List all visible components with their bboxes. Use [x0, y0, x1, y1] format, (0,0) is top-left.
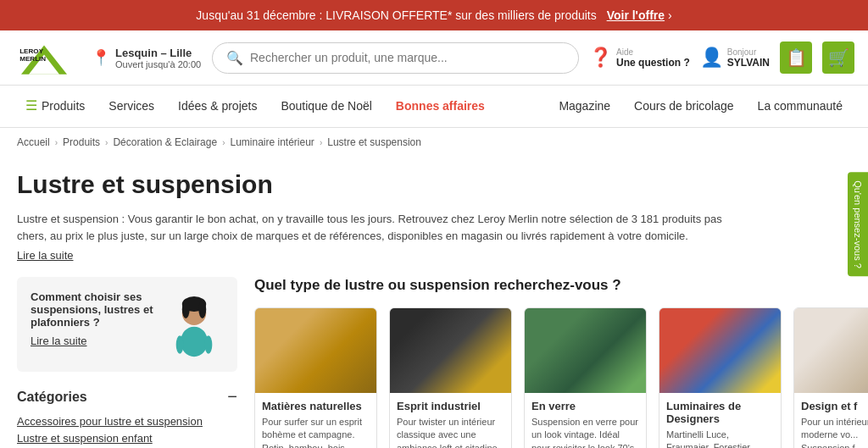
feedback-tab[interactable]: Qu'en pensez-vous ? [848, 172, 868, 277]
card-designers[interactable]: Luminaires de Designers Martinelli Luce,… [659, 307, 782, 448]
card-body-matieres: Matières naturelles Pour surfer sur un e… [255, 393, 376, 448]
nav-item-bonnes[interactable]: Bonnes affaires [384, 87, 497, 126]
card-desc-verre: Suspension en verre pour un look vintage… [531, 416, 639, 448]
card-desc-design: Pour un intérieur moderne vo... Suspensi… [801, 416, 868, 448]
hamburger-icon: ☰ [25, 97, 37, 113]
banner-arrow: › [668, 8, 672, 22]
breadcrumb-luminaire[interactable]: Luminaire intérieur [230, 136, 314, 148]
svg-text:LEROY: LEROY [19, 47, 43, 55]
user-account[interactable]: 👤 Bonjour SYLVAIN [700, 47, 770, 69]
svg-point-8 [182, 301, 190, 318]
location-selector[interactable]: 📍 Lesquin – Lille Ouvert jusqu'à 20:00 [92, 47, 202, 69]
nav-item-boutique[interactable]: Boutique de Noël [269, 87, 383, 126]
card-desc-designers: Martinelli Luce, Fraumaier, Forestier, W… [666, 429, 774, 448]
card-body-industriel: Esprit industriel Pour twister un intéri… [390, 393, 511, 448]
card-matieres[interactable]: Matières naturelles Pour surfer sur un e… [254, 307, 377, 448]
page-description: Lustre et suspension : Vous garantir le … [17, 211, 754, 244]
card-img-industriel [390, 308, 511, 393]
svg-point-10 [176, 335, 184, 353]
help-button[interactable]: ❓ Aide Une question ? [589, 47, 690, 69]
cart-icon: 🛒 [828, 47, 849, 68]
location-name: Lesquin – Lille [115, 47, 201, 59]
breadcrumb-decoration[interactable]: Décoration & Eclairage [113, 136, 217, 148]
top-banner: Jusqu'au 31 décembre : LIVRAISON OFFERTE… [0, 0, 868, 30]
breadcrumb-produits[interactable]: Produits [63, 136, 100, 148]
location-hours: Ouvert jusqu'à 20:00 [115, 59, 201, 69]
nav-label-services: Services [108, 99, 154, 113]
card-title-verre: En verre [531, 400, 639, 412]
card-verre[interactable]: En verre Suspension en verre pour un loo… [524, 307, 647, 448]
header: LEROY MERLIN 📍 Lesquin – Lille Ouvert ju… [0, 30, 868, 86]
card-title-matieres: Matières naturelles [262, 400, 370, 412]
nav-item-idees[interactable]: Idées & projets [166, 87, 269, 126]
nav-item-communaute[interactable]: La communauté [746, 87, 854, 126]
logo[interactable]: LEROY MERLIN [14, 37, 81, 78]
card-body-designers: Luminaires de Designers Martinelli Luce,… [659, 393, 781, 448]
nav-label-boutique: Boutique de Noël [281, 99, 371, 113]
card-img-designers [659, 308, 781, 393]
search-input[interactable] [250, 51, 565, 64]
nav-label-produits: Produits [42, 99, 85, 113]
cart-button[interactable]: 🛒 [822, 41, 854, 74]
main-col: Quel type de lustre ou suspension recher… [254, 277, 868, 448]
how-to-box: Comment choisir ses suspensions, lustres… [17, 277, 237, 372]
categories-header: Catégories − [17, 387, 237, 407]
how-to-illustration [164, 290, 224, 358]
svg-text:MERLIN: MERLIN [19, 55, 46, 63]
card-img-verre [525, 308, 646, 393]
list-button[interactable]: 📋 [780, 41, 812, 74]
banner-text: Jusqu'au 31 décembre : LIVRAISON OFFERTE… [196, 8, 596, 22]
help-sub: Une question ? [616, 57, 690, 69]
card-industriel[interactable]: Esprit industriel Pour twister un intéri… [389, 307, 512, 448]
breadcrumb-accueil[interactable]: Accueil [17, 136, 50, 148]
nav-item-services[interactable]: Services [97, 87, 166, 126]
breadcrumb-sep-3: › [320, 138, 322, 147]
card-title-design: Design et f [801, 400, 868, 412]
page-title: Lustre et suspension [17, 170, 851, 199]
main-nav: ☰ Produits Services Idées & projets Bout… [0, 86, 868, 128]
help-label: Aide [616, 47, 690, 57]
category-link-1[interactable]: Lustre et suspension enfant [17, 432, 237, 445]
card-desc-industriel: Pour twister un intérieur classique avec… [397, 416, 504, 448]
categories-collapse-button[interactable]: − [227, 387, 237, 407]
nav-item-magazine[interactable]: Magazine [547, 87, 622, 126]
nav-label-bonnes: Bonnes affaires [396, 99, 485, 113]
location-icon: 📍 [92, 48, 110, 67]
nav-item-bricolage[interactable]: Cours de bricolage [622, 87, 746, 126]
svg-point-11 [204, 335, 212, 353]
nav-right: Magazine Cours de bricolage La communaut… [547, 87, 854, 126]
card-img-matieres [255, 308, 376, 393]
svg-point-9 [198, 301, 206, 318]
search-bar[interactable]: 🔍 [212, 42, 579, 74]
user-icon: 👤 [700, 47, 723, 69]
how-to-text: Comment choisir ses suspensions, lustres… [31, 290, 156, 347]
how-to-link[interactable]: Lire la suite [31, 335, 86, 347]
card-body-verre: En verre Suspension en verre pour un loo… [525, 393, 646, 448]
nav-label-communaute: La communauté [758, 99, 843, 113]
card-img-design [794, 308, 868, 393]
main-content: Lustre et suspension Lustre et suspensio… [0, 170, 868, 448]
how-to-title: Comment choisir ses suspensions, lustres… [31, 290, 156, 329]
category-link-0[interactable]: Accessoires pour lustre et suspension [17, 415, 237, 428]
card-body-design: Design et f Pour un intérieur moderne vo… [794, 393, 868, 448]
search-icon: 🔍 [226, 50, 243, 66]
read-more-link[interactable]: Lire la suite [17, 249, 851, 262]
leroy-merlin-logo: LEROY MERLIN [14, 37, 75, 78]
svg-point-5 [181, 327, 208, 357]
card-desc-matieres: Pour surfer sur un esprit bohème et camp… [262, 416, 370, 448]
card-design[interactable]: Design et f Pour un intérieur moderne vo… [793, 307, 868, 448]
nav-label-bricolage: Cours de bricolage [634, 99, 734, 113]
nav-item-produits[interactable]: ☰ Produits [14, 86, 97, 127]
sidebar: Comment choisir ses suspensions, lustres… [17, 277, 237, 448]
breadcrumb-sep-2: › [222, 138, 225, 147]
banner-link[interactable]: Voir l'offre [607, 8, 665, 22]
breadcrumb: Accueil › Produits › Décoration & Eclair… [0, 128, 868, 157]
user-name: SYLVAIN [727, 57, 770, 69]
card-title-industriel: Esprit industriel [397, 400, 504, 412]
nav-label-idees: Idées & projets [178, 99, 257, 113]
content-layout: Comment choisir ses suspensions, lustres… [17, 277, 851, 448]
card-title-designers: Luminaires de Designers [666, 400, 774, 425]
breadcrumb-current: Lustre et suspension [327, 136, 421, 148]
nav-label-magazine: Magazine [559, 99, 610, 113]
section-title: Quel type de lustre ou suspension recher… [254, 277, 868, 294]
